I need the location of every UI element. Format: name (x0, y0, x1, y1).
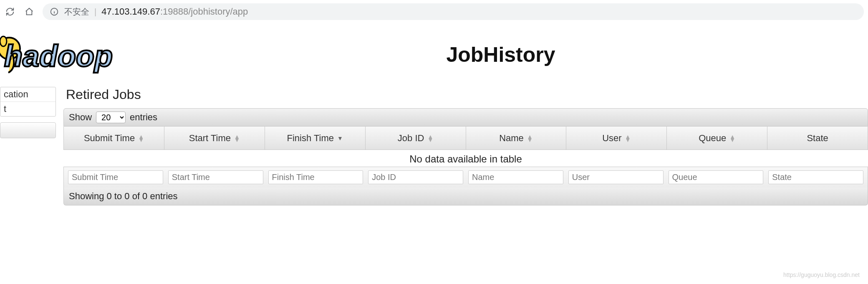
sidebar-item-about[interactable]: t (0, 102, 56, 116)
filter-job-id[interactable] (368, 170, 463, 184)
sort-icon: ▲▼ (234, 135, 240, 142)
browser-toolbar: 不安全 | 47.103.149.67:19888/jobhistory/app (0, 0, 868, 23)
address-bar[interactable]: 不安全 | 47.103.149.67:19888/jobhistory/app (43, 3, 864, 20)
security-label: 不安全 (64, 6, 89, 18)
entries-select[interactable]: 20 (96, 112, 126, 123)
sort-icon: ▲▼ (527, 135, 533, 142)
reload-icon[interactable] (4, 7, 16, 16)
filter-start-time[interactable] (168, 170, 263, 184)
page-body: cation t Retired Jobs Show 20 entries Su… (0, 87, 868, 205)
sidebar-nav-box: cation t (0, 87, 56, 117)
col-state[interactable]: State (767, 127, 868, 150)
table-filter-row (63, 167, 868, 188)
col-submit-time[interactable]: Submit Time▲▼ (64, 127, 164, 150)
filter-state[interactable] (768, 170, 863, 184)
sort-desc-icon: ▼ (337, 135, 343, 142)
filter-queue[interactable] (669, 170, 764, 184)
col-name[interactable]: Name▲▼ (466, 127, 567, 150)
address-separator: | (94, 7, 96, 17)
address-url: 47.103.149.67:19888/jobhistory/app (101, 6, 248, 17)
sort-icon: ▲▼ (138, 135, 144, 142)
table-length-bar: Show 20 entries (63, 108, 868, 127)
show-label: Show (69, 112, 92, 123)
sidebar: cation t (0, 87, 63, 205)
security-info-icon[interactable] (50, 8, 59, 16)
table-info-bar: Showing 0 to 0 of 0 entries (63, 188, 868, 205)
col-finish-time[interactable]: Finish Time▼ (265, 127, 366, 150)
address-host: 47.103.149.67 (101, 6, 160, 17)
sidebar-item-application[interactable]: cation (0, 87, 56, 102)
table-empty-message: No data available in table (63, 150, 868, 167)
col-job-id[interactable]: Job ID▲▼ (366, 127, 466, 150)
entries-label: entries (130, 112, 157, 123)
sidebar-tools-pill[interactable] (0, 122, 56, 138)
svg-text:hadoop: hadoop (4, 39, 113, 73)
home-icon[interactable] (23, 7, 35, 16)
sort-icon: ▲▼ (427, 135, 433, 142)
app-header: hadoop JobHistory (0, 23, 868, 79)
col-user[interactable]: User▲▼ (566, 127, 667, 150)
hadoop-logo[interactable]: hadoop (0, 31, 167, 79)
filter-user[interactable] (568, 170, 664, 184)
table-header-row: Submit Time▲▼ Start Time▲▼ Finish Time▼ … (63, 127, 868, 150)
filter-finish-time[interactable] (268, 170, 363, 184)
page-title: JobHistory (167, 43, 868, 67)
col-start-time[interactable]: Start Time▲▼ (164, 127, 265, 150)
filter-submit-time[interactable] (68, 170, 163, 184)
sort-icon: ▲▼ (729, 135, 735, 142)
address-port-path: :19888/jobhistory/app (160, 6, 248, 17)
section-title: Retired Jobs (66, 87, 868, 102)
sort-icon: ▲▼ (625, 135, 631, 142)
filter-name[interactable] (468, 170, 563, 184)
col-queue[interactable]: Queue▲▼ (667, 127, 767, 150)
main-content: Retired Jobs Show 20 entries Submit Time… (63, 87, 868, 205)
